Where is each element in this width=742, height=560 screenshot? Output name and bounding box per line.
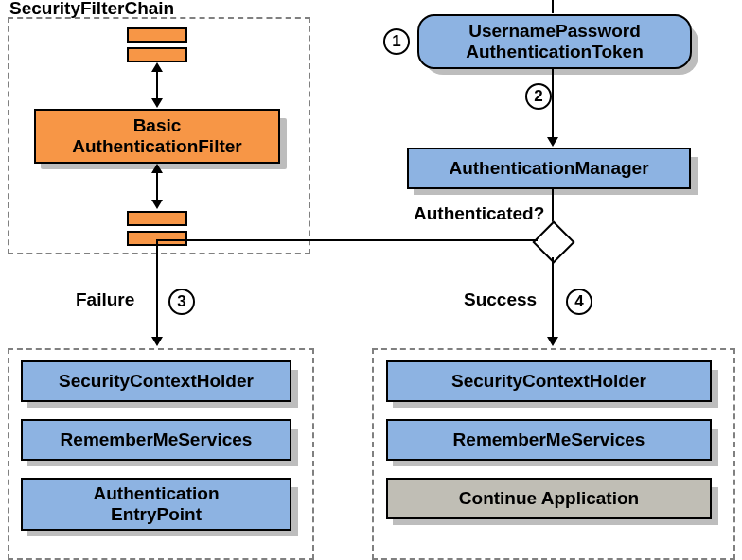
text-succ-2: RememberMeServices (453, 429, 645, 450)
text-succ-1: SecurityContextHolder (451, 371, 646, 392)
text-fail-3: Authentication EntryPoint (94, 483, 220, 525)
step-3-num: 3 (177, 292, 186, 311)
step-3-badge: 3 (168, 289, 195, 315)
label-failure: Failure (76, 289, 134, 310)
box-succ-continue-application: Continue Application (386, 478, 712, 519)
text-fail-1: SecurityContextHolder (59, 371, 254, 392)
text-succ-3: Continue Application (459, 488, 639, 509)
box-succ-securitycontextholder: SecurityContextHolder (386, 360, 712, 402)
box-succ-remembermeservices: RememberMeServices (386, 419, 712, 461)
box-fail-securitycontextholder: SecurityContextHolder (21, 360, 292, 402)
box-fail-remembermeservices: RememberMeServices (21, 419, 292, 461)
text-fail-2: RememberMeServices (61, 429, 253, 450)
arrowhead-failure (151, 337, 163, 346)
box-fail-authenticationentrypoint: Authentication EntryPoint (21, 478, 292, 531)
